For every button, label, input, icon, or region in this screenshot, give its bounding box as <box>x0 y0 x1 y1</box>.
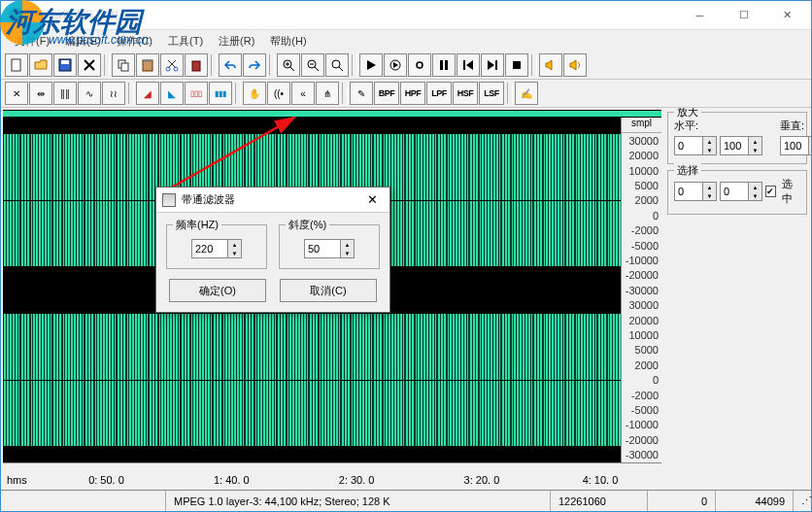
scale-tick: -2000 <box>631 390 659 401</box>
time-tick: 0: 50. 0 <box>88 474 124 486</box>
time-tick: 4: 10. 0 <box>583 474 619 486</box>
svg-rect-19 <box>513 61 521 69</box>
zoom-group-title: 放大 <box>674 108 701 119</box>
svg-rect-18 <box>495 60 497 70</box>
fx-eq-icon[interactable]: ▯▯▯ <box>185 82 208 105</box>
fx-echo-icon[interactable]: « <box>291 82 315 105</box>
dialog-close-button[interactable]: ✕ <box>360 192 384 207</box>
fx-fadein-icon[interactable]: ◢ <box>136 82 159 105</box>
play-loop-icon[interactable] <box>384 53 407 77</box>
hpf-button[interactable]: HPF <box>400 82 425 105</box>
select-checkbox[interactable]: ✔ <box>765 186 776 197</box>
ok-button[interactable]: 确定(O) <box>169 279 266 302</box>
statusbar: MPEG 1.0 layer-3: 44,100 kHz; Stereo; 12… <box>1 490 811 511</box>
menu-tools[interactable]: 工具(T) <box>160 32 211 51</box>
separator <box>352 54 357 76</box>
zoom-in-icon[interactable] <box>277 53 300 77</box>
separator <box>104 54 110 76</box>
select-end-spinner[interactable]: ▲▼ <box>720 182 762 201</box>
scale-tick: 2000 <box>635 359 659 371</box>
frequency-label: 频率(HZ) <box>173 218 221 232</box>
status-codec: MPEG 1.0 layer-3: 44,100 kHz; Stereo; 12… <box>166 491 551 511</box>
amplitude-scale: smpl 300002000010000500020000-2000-5000-… <box>621 118 661 462</box>
play-icon[interactable] <box>359 53 383 77</box>
menu-file[interactable]: 文件(F) <box>7 32 57 51</box>
frequency-spinner[interactable]: ▲▼ <box>191 239 242 258</box>
titlebar: 音频编辑大师 [3.3] ─ ☐ ✕ <box>1 1 811 30</box>
select-start-spinner[interactable]: ▲▼ <box>674 182 717 201</box>
bpf-button[interactable]: BPF <box>374 82 399 105</box>
fx-hand-icon[interactable]: ✋ <box>243 82 266 105</box>
cut-icon[interactable] <box>160 53 184 77</box>
save-icon[interactable] <box>53 53 77 77</box>
svg-rect-15 <box>440 60 443 70</box>
fx-envelope-icon[interactable]: ✍ <box>515 82 538 105</box>
close-file-icon[interactable] <box>78 53 101 77</box>
skip-back-icon[interactable] <box>457 53 480 77</box>
open-icon[interactable] <box>29 53 52 77</box>
separator <box>531 54 537 76</box>
stop-icon[interactable] <box>505 53 528 77</box>
menu-effect[interactable]: 操作(C) <box>109 32 160 51</box>
svg-rect-7 <box>145 59 151 62</box>
paste-icon[interactable] <box>136 53 159 77</box>
minimize-button[interactable]: ─ <box>678 2 722 29</box>
zoom-v-spinner[interactable]: ▲▼ <box>780 136 811 155</box>
maximize-button[interactable]: ☐ <box>722 2 765 29</box>
speaker-left-icon[interactable] <box>539 53 562 77</box>
fx-normalize-icon[interactable]: ‖‖ <box>53 82 77 105</box>
svg-rect-10 <box>192 61 200 71</box>
select-group: 选择 ▲▼ ▲▼ ✔ 选中 <box>667 170 807 215</box>
fx-fadeout-icon[interactable]: ◣ <box>160 82 184 105</box>
scale-tick: -10000 <box>626 255 659 266</box>
lsf-button[interactable]: LSF <box>479 82 504 105</box>
overview-strip[interactable] <box>3 110 661 118</box>
scale-tick: 10000 <box>628 165 659 177</box>
menu-help[interactable]: 帮助(H) <box>262 32 314 51</box>
separator <box>211 54 217 76</box>
fx-spectrum-icon[interactable]: ▮▮▮ <box>209 82 232 105</box>
fx-filter-icon[interactable]: ⋔ <box>316 82 339 105</box>
status-grip[interactable]: ⋰ <box>794 491 811 511</box>
skip-fwd-icon[interactable] <box>481 53 504 77</box>
zoom-out-icon[interactable] <box>301 53 324 77</box>
delete-icon[interactable] <box>185 53 208 77</box>
zoom-fit-icon[interactable] <box>325 53 349 77</box>
status-empty <box>1 491 166 511</box>
fx-broadcast-icon[interactable]: ((• <box>267 82 290 105</box>
main-window: 音频编辑大师 [3.3] ─ ☐ ✕ 文件(F) 编辑(E) 操作(C) 工具(… <box>0 0 812 512</box>
fx-edit-icon[interactable]: ✎ <box>350 82 373 105</box>
cancel-button[interactable]: 取消(C) <box>280 279 377 302</box>
undo-icon[interactable] <box>219 53 242 77</box>
redo-icon[interactable] <box>243 53 266 77</box>
menu-edit[interactable]: 编辑(E) <box>57 32 109 51</box>
fx-expand-icon[interactable]: ✕ <box>5 82 28 105</box>
loop-icon[interactable] <box>408 53 431 77</box>
zoom-h-start-spinner[interactable]: ▲▼ <box>674 136 717 155</box>
pause-icon[interactable] <box>432 53 456 77</box>
copy-icon[interactable] <box>112 53 135 77</box>
hsf-button[interactable]: HSF <box>453 82 478 105</box>
dialog-titlebar[interactable]: 带通滤波器 ✕ <box>156 188 389 213</box>
scale-tick: 10000 <box>628 329 659 341</box>
fx-compress-icon[interactable]: ⇹ <box>29 82 52 105</box>
lpf-button[interactable]: LPF <box>426 82 452 105</box>
speaker-right-icon[interactable] <box>563 53 587 77</box>
scale-tick: -10000 <box>626 419 659 430</box>
menu-register[interactable]: 注册(R) <box>211 32 262 51</box>
new-icon[interactable] <box>5 53 28 77</box>
slope-spinner[interactable]: ▲▼ <box>304 239 355 258</box>
separator <box>269 54 275 76</box>
fx-wave2-icon[interactable]: ≀≀ <box>102 82 125 105</box>
time-axis[interactable]: hms 0: 50. 0 1: 40. 0 2: 30. 0 3: 20. 0 … <box>3 462 661 488</box>
status-position: 12261060 <box>551 491 648 511</box>
window-title: 音频编辑大师 [3.3] <box>30 8 678 22</box>
svg-rect-16 <box>445 60 448 70</box>
zoom-h-label: 水平: <box>674 119 762 133</box>
fx-wave1-icon[interactable]: ∿ <box>78 82 101 105</box>
slope-group: 斜度(%) ▲▼ <box>279 224 380 269</box>
dialog-title: 带通滤波器 <box>182 192 235 207</box>
close-button[interactable]: ✕ <box>765 2 809 29</box>
zoom-h-end-spinner[interactable]: ▲▼ <box>720 136 762 155</box>
separator <box>128 83 134 104</box>
